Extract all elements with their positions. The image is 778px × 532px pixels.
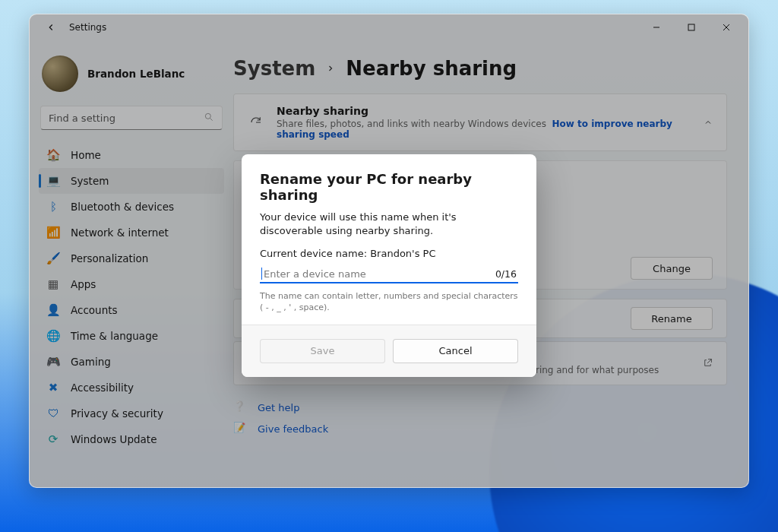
- input-placeholder: Enter a device name: [264, 268, 495, 280]
- char-counter: 0/16: [495, 268, 517, 280]
- text-cursor: [261, 268, 262, 280]
- device-name-input[interactable]: Enter a device name 0/16: [260, 265, 518, 283]
- dialog-current-name: Current device name: Brandon's PC: [260, 248, 518, 259]
- rename-pc-dialog: Rename your PC for nearby sharing Your d…: [242, 154, 536, 377]
- save-button[interactable]: Save: [260, 339, 385, 363]
- cancel-button[interactable]: Cancel: [393, 339, 518, 363]
- modal-backdrop: Rename your PC for nearby sharing Your d…: [30, 14, 748, 487]
- dialog-title: Rename your PC for nearby sharing: [260, 171, 518, 203]
- dialog-description: Your device will use this name when it's…: [260, 211, 518, 237]
- input-hint: The name can contain letter, numbers and…: [260, 291, 518, 314]
- dialog-footer: Save Cancel: [242, 325, 536, 377]
- settings-window: Settings Brandon LeBlanc Find a setting …: [29, 14, 749, 488]
